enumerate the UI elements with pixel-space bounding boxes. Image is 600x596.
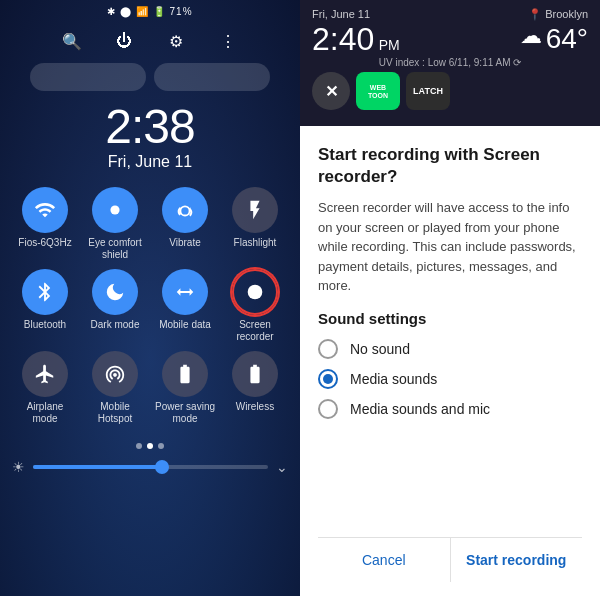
brightness-track[interactable] — [33, 465, 268, 469]
search-button[interactable]: 🔍 — [58, 27, 86, 55]
dialog-actions: Cancel Start recording — [318, 538, 582, 582]
radio-media-sounds[interactable]: Media sounds — [318, 369, 582, 389]
latch-label: LATCH — [413, 86, 443, 96]
weather-temp: ☁ 64° — [520, 23, 588, 55]
flashlight-icon — [232, 187, 278, 233]
tiles-area: Fios-6Q3Hz Eye comfort shield Vibrate Fl… — [0, 175, 300, 439]
airplane-icon — [22, 351, 68, 397]
weather-date: Fri, June 11 — [312, 8, 370, 20]
tile-mobile-data[interactable]: Mobile data — [154, 269, 216, 343]
weather-top-row: Fri, June 11 📍 Brooklyn — [312, 8, 588, 21]
app-icon-webtoon[interactable]: WEB TOON — [356, 72, 400, 110]
radio-label-no-sound: No sound — [350, 341, 410, 357]
dark-mode-label: Dark mode — [91, 319, 140, 331]
dialog-area: Start recording with Screen recorder? Sc… — [300, 126, 600, 596]
tile-wifi[interactable]: Fios-6Q3Hz — [14, 187, 76, 261]
dialog-title: Start recording with Screen recorder? — [318, 144, 582, 188]
webtoon-label: WEB — [370, 84, 386, 91]
status-icons: ✱ ⬤ 📶 🔋 71% — [107, 6, 192, 17]
tile-vibrate[interactable]: Vibrate — [154, 187, 216, 261]
radio-label-media-mic: Media sounds and mic — [350, 401, 490, 417]
app-icons-strip: ✕ WEB TOON LATCH — [312, 68, 588, 116]
app-icon-latch[interactable]: LATCH — [406, 72, 450, 110]
hotspot-icon — [92, 351, 138, 397]
tiles-row-3: Airplane mode Mobile Hotspot Power savin… — [10, 351, 290, 425]
settings-button[interactable]: ⚙ — [162, 27, 190, 55]
power-button[interactable]: ⏻ — [110, 27, 138, 55]
page-dots — [136, 443, 164, 449]
radio-circle-no-sound — [318, 339, 338, 359]
wifi-label: Fios-6Q3Hz — [18, 237, 71, 249]
weather-ampm: PM — [379, 37, 400, 53]
svg-point-0 — [110, 205, 119, 214]
wireless-label: Wireless — [236, 401, 274, 413]
radio-circle-media-sounds — [318, 369, 338, 389]
radio-group: No sound Media sounds Media sounds and m… — [318, 339, 582, 419]
dialog-body: Screen recorder will have access to the … — [318, 198, 582, 296]
mobile-data-icon — [162, 269, 208, 315]
radio-dot-media-sounds — [323, 374, 333, 384]
weather-location: 📍 Brooklyn — [528, 8, 588, 21]
cloud-icon: ☁ — [520, 23, 542, 49]
brightness-low-icon: ☀ — [12, 459, 25, 475]
more-button[interactable]: ⋮ — [214, 27, 242, 55]
tile-power-saving[interactable]: Power saving mode — [154, 351, 216, 425]
weather-time: 2:40 PM — [312, 23, 400, 55]
x-icon: ✕ — [325, 82, 338, 101]
mobile-data-label: Mobile data — [159, 319, 211, 331]
hotspot-label: Mobile Hotspot — [84, 401, 146, 425]
dot-3 — [158, 443, 164, 449]
tile-hotspot[interactable]: Mobile Hotspot — [84, 351, 146, 425]
left-panel: ✱ ⬤ 📶 🔋 71% 🔍 ⏻ ⚙ ⋮ 2:38 Fri, June 11 Fi… — [0, 0, 300, 596]
screen-recorder-label: Screen recorder — [224, 319, 286, 343]
start-recording-button[interactable]: Start recording — [451, 538, 583, 582]
chevron-down-icon[interactable]: ⌄ — [276, 459, 288, 475]
dot-2 — [147, 443, 153, 449]
tile-bluetooth[interactable]: Bluetooth — [14, 269, 76, 343]
eye-comfort-label: Eye comfort shield — [84, 237, 146, 261]
tile-wireless[interactable]: Wireless — [224, 351, 286, 425]
radio-circle-media-mic — [318, 399, 338, 419]
vibrate-icon — [162, 187, 208, 233]
tiles-row-1: Fios-6Q3Hz Eye comfort shield Vibrate Fl… — [10, 187, 290, 261]
clock-date: Fri, June 11 — [105, 153, 194, 171]
tile-screen-recorder[interactable]: Screen recorder — [224, 269, 286, 343]
tile-eye-comfort[interactable]: Eye comfort shield — [84, 187, 146, 261]
top-actions: 🔍 ⏻ ⚙ ⋮ — [0, 19, 300, 63]
right-panel: Fri, June 11 📍 Brooklyn 2:40 PM ☁ 64° UV… — [300, 0, 600, 596]
bluetooth-label: Bluetooth — [24, 319, 66, 331]
dark-mode-icon — [92, 269, 138, 315]
weather-temp-block: ☁ 64° — [520, 23, 588, 55]
tile-airplane[interactable]: Airplane mode — [14, 351, 76, 425]
radio-media-mic[interactable]: Media sounds and mic — [318, 399, 582, 419]
cancel-button[interactable]: Cancel — [318, 538, 450, 582]
weather-uv: UV index : Low 6/11, 9:11 AM ⟳ — [312, 57, 588, 68]
weather-block: Fri, June 11 📍 Brooklyn 2:40 PM ☁ 64° UV… — [300, 0, 600, 126]
tile-dark-mode[interactable]: Dark mode — [84, 269, 146, 343]
eye-comfort-icon — [92, 187, 138, 233]
wifi-icon — [22, 187, 68, 233]
webtoon-label2: TOON — [368, 92, 388, 99]
airplane-label: Airplane mode — [14, 401, 76, 425]
app-icon-x[interactable]: ✕ — [312, 72, 350, 110]
search-bars — [30, 63, 270, 91]
bluetooth-icon — [22, 269, 68, 315]
status-bar: ✱ ⬤ 📶 🔋 71% — [0, 0, 300, 19]
brightness-fill — [33, 465, 162, 469]
tile-flashlight[interactable]: Flashlight — [224, 187, 286, 261]
vibrate-label: Vibrate — [169, 237, 201, 249]
brightness-bar: ☀ ⌄ — [0, 453, 300, 481]
radio-label-media-sounds: Media sounds — [350, 371, 437, 387]
brightness-thumb — [155, 460, 169, 474]
power-saving-label: Power saving mode — [154, 401, 216, 425]
power-saving-icon — [162, 351, 208, 397]
radio-no-sound[interactable]: No sound — [318, 339, 582, 359]
sound-settings-label: Sound settings — [318, 310, 582, 327]
flashlight-label: Flashlight — [234, 237, 277, 249]
svg-point-1 — [248, 285, 263, 300]
screen-recorder-icon — [232, 269, 278, 315]
search-bar-left — [30, 63, 146, 91]
wireless-icon — [232, 351, 278, 397]
search-bar-right — [154, 63, 270, 91]
clock-area: 2:38 Fri, June 11 — [105, 103, 194, 171]
